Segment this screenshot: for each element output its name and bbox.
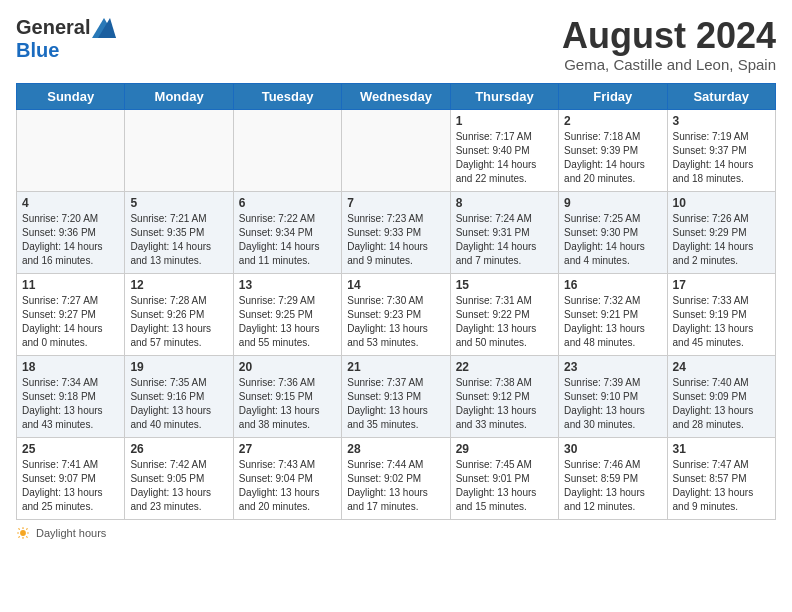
calendar-cell: 23Sunrise: 7:39 AMSunset: 9:10 PMDayligh… xyxy=(559,355,667,437)
calendar-table: SundayMondayTuesdayWednesdayThursdayFrid… xyxy=(16,83,776,520)
day-number: 3 xyxy=(673,114,770,128)
calendar-cell: 18Sunrise: 7:34 AMSunset: 9:18 PMDayligh… xyxy=(17,355,125,437)
day-number: 7 xyxy=(347,196,444,210)
title-area: August 2024 Gema, Castille and Leon, Spa… xyxy=(562,16,776,73)
day-number: 24 xyxy=(673,360,770,374)
calendar-cell: 4Sunrise: 7:20 AMSunset: 9:36 PMDaylight… xyxy=(17,191,125,273)
day-number: 11 xyxy=(22,278,119,292)
day-number: 16 xyxy=(564,278,661,292)
calendar-cell: 19Sunrise: 7:35 AMSunset: 9:16 PMDayligh… xyxy=(125,355,233,437)
daylight-label: Daylight hours xyxy=(36,527,106,539)
calendar-cell: 6Sunrise: 7:22 AMSunset: 9:34 PMDaylight… xyxy=(233,191,341,273)
day-info: Sunrise: 7:46 AMSunset: 8:59 PMDaylight:… xyxy=(564,458,661,514)
day-number: 22 xyxy=(456,360,553,374)
header: General Blue August 2024 Gema, Castille … xyxy=(16,16,776,73)
day-info: Sunrise: 7:27 AMSunset: 9:27 PMDaylight:… xyxy=(22,294,119,350)
day-number: 19 xyxy=(130,360,227,374)
logo-blue: Blue xyxy=(16,39,59,62)
day-number: 9 xyxy=(564,196,661,210)
day-info: Sunrise: 7:30 AMSunset: 9:23 PMDaylight:… xyxy=(347,294,444,350)
day-number: 2 xyxy=(564,114,661,128)
calendar-cell: 25Sunrise: 7:41 AMSunset: 9:07 PMDayligh… xyxy=(17,437,125,519)
calendar-cell: 27Sunrise: 7:43 AMSunset: 9:04 PMDayligh… xyxy=(233,437,341,519)
day-info: Sunrise: 7:37 AMSunset: 9:13 PMDaylight:… xyxy=(347,376,444,432)
calendar-week-row: 1Sunrise: 7:17 AMSunset: 9:40 PMDaylight… xyxy=(17,109,776,191)
svg-line-10 xyxy=(18,536,19,537)
day-of-week-header: Friday xyxy=(559,83,667,109)
day-number: 14 xyxy=(347,278,444,292)
logo-area: General Blue xyxy=(16,16,116,62)
day-number: 30 xyxy=(564,442,661,456)
calendar-cell: 22Sunrise: 7:38 AMSunset: 9:12 PMDayligh… xyxy=(450,355,558,437)
svg-line-9 xyxy=(26,528,27,529)
day-info: Sunrise: 7:21 AMSunset: 9:35 PMDaylight:… xyxy=(130,212,227,268)
calendar-cell: 28Sunrise: 7:44 AMSunset: 9:02 PMDayligh… xyxy=(342,437,450,519)
day-info: Sunrise: 7:31 AMSunset: 9:22 PMDaylight:… xyxy=(456,294,553,350)
day-info: Sunrise: 7:22 AMSunset: 9:34 PMDaylight:… xyxy=(239,212,336,268)
day-info: Sunrise: 7:20 AMSunset: 9:36 PMDaylight:… xyxy=(22,212,119,268)
calendar-cell: 7Sunrise: 7:23 AMSunset: 9:33 PMDaylight… xyxy=(342,191,450,273)
logo-icon xyxy=(92,18,116,38)
day-number: 17 xyxy=(673,278,770,292)
calendar-cell: 10Sunrise: 7:26 AMSunset: 9:29 PMDayligh… xyxy=(667,191,775,273)
sun-icon xyxy=(16,526,30,540)
calendar-cell xyxy=(233,109,341,191)
calendar-cell: 30Sunrise: 7:46 AMSunset: 8:59 PMDayligh… xyxy=(559,437,667,519)
calendar-cell: 21Sunrise: 7:37 AMSunset: 9:13 PMDayligh… xyxy=(342,355,450,437)
calendar-week-row: 11Sunrise: 7:27 AMSunset: 9:27 PMDayligh… xyxy=(17,273,776,355)
calendar-cell: 13Sunrise: 7:29 AMSunset: 9:25 PMDayligh… xyxy=(233,273,341,355)
day-of-week-header: Saturday xyxy=(667,83,775,109)
calendar-cell: 3Sunrise: 7:19 AMSunset: 9:37 PMDaylight… xyxy=(667,109,775,191)
calendar-cell: 8Sunrise: 7:24 AMSunset: 9:31 PMDaylight… xyxy=(450,191,558,273)
calendar-week-row: 4Sunrise: 7:20 AMSunset: 9:36 PMDaylight… xyxy=(17,191,776,273)
day-info: Sunrise: 7:41 AMSunset: 9:07 PMDaylight:… xyxy=(22,458,119,514)
svg-line-8 xyxy=(26,536,27,537)
calendar-cell: 2Sunrise: 7:18 AMSunset: 9:39 PMDaylight… xyxy=(559,109,667,191)
day-info: Sunrise: 7:24 AMSunset: 9:31 PMDaylight:… xyxy=(456,212,553,268)
day-number: 5 xyxy=(130,196,227,210)
day-number: 10 xyxy=(673,196,770,210)
calendar-cell: 11Sunrise: 7:27 AMSunset: 9:27 PMDayligh… xyxy=(17,273,125,355)
calendar-cell: 12Sunrise: 7:28 AMSunset: 9:26 PMDayligh… xyxy=(125,273,233,355)
svg-line-7 xyxy=(18,528,19,529)
svg-point-2 xyxy=(20,530,26,536)
day-number: 21 xyxy=(347,360,444,374)
day-number: 28 xyxy=(347,442,444,456)
day-of-week-header: Wednesday xyxy=(342,83,450,109)
calendar-cell: 16Sunrise: 7:32 AMSunset: 9:21 PMDayligh… xyxy=(559,273,667,355)
day-info: Sunrise: 7:19 AMSunset: 9:37 PMDaylight:… xyxy=(673,130,770,186)
calendar-cell: 26Sunrise: 7:42 AMSunset: 9:05 PMDayligh… xyxy=(125,437,233,519)
day-info: Sunrise: 7:38 AMSunset: 9:12 PMDaylight:… xyxy=(456,376,553,432)
day-info: Sunrise: 7:47 AMSunset: 8:57 PMDaylight:… xyxy=(673,458,770,514)
calendar-cell: 1Sunrise: 7:17 AMSunset: 9:40 PMDaylight… xyxy=(450,109,558,191)
day-info: Sunrise: 7:39 AMSunset: 9:10 PMDaylight:… xyxy=(564,376,661,432)
day-info: Sunrise: 7:40 AMSunset: 9:09 PMDaylight:… xyxy=(673,376,770,432)
day-info: Sunrise: 7:28 AMSunset: 9:26 PMDaylight:… xyxy=(130,294,227,350)
day-number: 31 xyxy=(673,442,770,456)
days-of-week-row: SundayMondayTuesdayWednesdayThursdayFrid… xyxy=(17,83,776,109)
day-info: Sunrise: 7:23 AMSunset: 9:33 PMDaylight:… xyxy=(347,212,444,268)
calendar-cell xyxy=(125,109,233,191)
day-of-week-header: Monday xyxy=(125,83,233,109)
day-number: 23 xyxy=(564,360,661,374)
day-number: 29 xyxy=(456,442,553,456)
day-number: 12 xyxy=(130,278,227,292)
day-number: 25 xyxy=(22,442,119,456)
calendar-cell: 5Sunrise: 7:21 AMSunset: 9:35 PMDaylight… xyxy=(125,191,233,273)
day-info: Sunrise: 7:33 AMSunset: 9:19 PMDaylight:… xyxy=(673,294,770,350)
day-number: 20 xyxy=(239,360,336,374)
day-info: Sunrise: 7:45 AMSunset: 9:01 PMDaylight:… xyxy=(456,458,553,514)
day-info: Sunrise: 7:34 AMSunset: 9:18 PMDaylight:… xyxy=(22,376,119,432)
calendar-cell: 24Sunrise: 7:40 AMSunset: 9:09 PMDayligh… xyxy=(667,355,775,437)
calendar-cell: 29Sunrise: 7:45 AMSunset: 9:01 PMDayligh… xyxy=(450,437,558,519)
calendar-cell: 14Sunrise: 7:30 AMSunset: 9:23 PMDayligh… xyxy=(342,273,450,355)
day-number: 26 xyxy=(130,442,227,456)
day-of-week-header: Sunday xyxy=(17,83,125,109)
day-number: 1 xyxy=(456,114,553,128)
calendar-cell xyxy=(17,109,125,191)
day-info: Sunrise: 7:29 AMSunset: 9:25 PMDaylight:… xyxy=(239,294,336,350)
day-number: 13 xyxy=(239,278,336,292)
calendar-cell: 15Sunrise: 7:31 AMSunset: 9:22 PMDayligh… xyxy=(450,273,558,355)
day-info: Sunrise: 7:18 AMSunset: 9:39 PMDaylight:… xyxy=(564,130,661,186)
day-number: 4 xyxy=(22,196,119,210)
